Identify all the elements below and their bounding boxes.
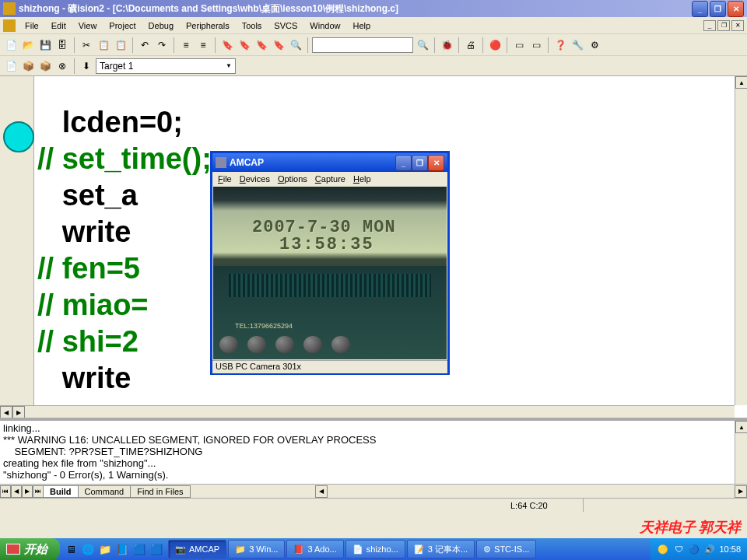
translate-icon[interactable]: 📄 — [3, 58, 19, 74]
minimize-button[interactable]: _ — [692, 1, 708, 17]
window2-icon[interactable]: ▭ — [528, 37, 544, 53]
menu-file[interactable]: File — [19, 19, 45, 32]
mdi-minimize[interactable]: _ — [703, 20, 716, 31]
menu-tools[interactable]: Tools — [236, 19, 268, 32]
menu-edit[interactable]: Edit — [45, 19, 72, 32]
undo-icon[interactable]: ↶ — [137, 37, 153, 53]
editor-vertical-scrollbar[interactable]: ▲ — [735, 76, 747, 405]
build-icon[interactable]: 📦 — [20, 58, 36, 74]
tray-icon[interactable]: 🔵 — [688, 543, 700, 555]
menu-project[interactable]: Project — [103, 19, 142, 32]
amcap-titlebar[interactable]: AMCAP _ ❐ ✕ — [212, 153, 447, 172]
status-bar: L:64 C:20 — [0, 498, 747, 512]
taskbar-item-notepad[interactable]: 📝 3 记事本... — [407, 540, 475, 558]
ie-icon[interactable]: 🌐 — [80, 541, 96, 558]
copy-icon[interactable]: 📋 — [96, 37, 111, 53]
menu-help[interactable]: Help — [346, 19, 377, 32]
scroll-up-icon[interactable]: ▲ — [735, 76, 747, 89]
output-text[interactable]: linking... *** WARNING L16: UNCALLED SEG… — [0, 421, 747, 482]
ql-icon[interactable]: 📘 — [114, 541, 130, 558]
amcap-menu-file[interactable]: File — [214, 173, 236, 184]
close-button[interactable]: ✕ — [728, 1, 744, 17]
amcap-menu-capture[interactable]: Capture — [311, 173, 349, 184]
redo-icon[interactable]: ↷ — [154, 37, 170, 53]
amcap-menu-devices[interactable]: Devices — [236, 173, 274, 184]
save-all-icon[interactable]: 🗄 — [54, 37, 70, 53]
start-button[interactable]: 开始 — [0, 538, 60, 560]
tool-icon[interactable]: 🔧 — [570, 37, 585, 53]
taskbar-item-win[interactable]: 📁 3 Win... — [228, 540, 285, 558]
tab-command[interactable]: Command — [78, 485, 132, 498]
amcap-minimize-button[interactable]: _ — [395, 155, 412, 171]
amcap-title-text: AMCAP — [230, 157, 264, 168]
show-desktop-icon[interactable]: 🖥 — [63, 541, 79, 558]
save-icon[interactable]: 💾 — [37, 37, 53, 53]
window-icon[interactable]: ▭ — [511, 37, 527, 53]
new-file-icon[interactable]: 📄 — [3, 37, 19, 53]
bookmark-prev-icon[interactable]: 🔖 — [254, 37, 269, 53]
bookmark-clear-icon[interactable]: 🔖 — [271, 37, 286, 53]
tab-next-icon[interactable]: ▶ — [22, 485, 33, 498]
rebuild-icon[interactable]: 📦 — [37, 58, 53, 74]
amcap-menu-help[interactable]: Help — [349, 173, 375, 184]
amcap-menu-options[interactable]: Options — [274, 173, 311, 184]
ql-icon[interactable]: 📁 — [97, 541, 113, 558]
paste-icon[interactable]: 📋 — [113, 37, 128, 53]
outdent-icon[interactable]: ≡ — [195, 37, 211, 53]
find-icon[interactable]: 🔍 — [415, 37, 430, 53]
mdi-close[interactable]: ✕ — [731, 20, 744, 31]
taskbar-item-ado[interactable]: 📕 3 Ado... — [286, 540, 343, 558]
amcap-maximize-button[interactable]: ❐ — [412, 155, 428, 171]
find-combo[interactable] — [312, 37, 413, 53]
menu-window[interactable]: Window — [303, 19, 346, 32]
help-icon[interactable]: ❓ — [552, 37, 568, 53]
tab-find-in-files[interactable]: Find in Files — [130, 485, 190, 498]
taskbar-clock[interactable]: 10:58 — [719, 544, 741, 554]
amcap-window[interactable]: AMCAP _ ❐ ✕ File Devices Options Capture… — [210, 151, 450, 375]
build-toolbar: 📄 📦 📦 ⊗ ⬇ Target 1 ▼ — [0, 56, 747, 76]
taskbar-item-shizho[interactable]: 📄 shizho... — [345, 540, 405, 558]
menu-debug[interactable]: Debug — [142, 19, 180, 32]
tray-icon[interactable]: 🔊 — [703, 543, 716, 555]
amcap-close-button[interactable]: ✕ — [428, 155, 444, 171]
debug-icon[interactable]: 🐞 — [439, 37, 454, 53]
print-icon[interactable]: 🖨 — [463, 37, 479, 53]
cut-icon[interactable]: ✂ — [79, 37, 94, 53]
scroll-left-icon[interactable]: ◀ — [0, 406, 12, 418]
mdi-restore[interactable]: ❐ — [717, 20, 730, 31]
output-horizontal-scrollbar[interactable]: ◀ ▶ — [315, 485, 747, 498]
windows-taskbar: 开始 🖥 🌐 📁 📘 🟦 🟦 📷 AMCAP 📁 3 Win... 📕 3 Ad… — [0, 538, 747, 560]
taskbar-item-stc[interactable]: ⚙ STC-IS... — [476, 540, 536, 558]
bookmark-icon[interactable]: 🔖 — [219, 37, 235, 53]
tray-icon[interactable]: 🟡 — [657, 543, 669, 555]
taskbar-item-amcap[interactable]: 📷 AMCAP — [168, 540, 226, 558]
bookmark-next-icon[interactable]: 🔖 — [237, 37, 252, 53]
lcd-time-text: 13:58:35 — [279, 235, 374, 254]
download-icon[interactable]: ⬇ — [79, 58, 94, 74]
menu-svcs[interactable]: SVCS — [268, 19, 303, 32]
tab-first-icon[interactable]: ⏮ — [0, 485, 11, 498]
scroll-right-icon[interactable]: ▶ — [735, 485, 747, 498]
scroll-right-icon[interactable]: ▶ — [12, 406, 25, 418]
menu-view[interactable]: View — [72, 19, 103, 32]
indent-icon[interactable]: ≡ — [178, 37, 194, 53]
menu-peripherals[interactable]: Peripherals — [180, 19, 236, 32]
find-in-files-icon[interactable]: 🔍 — [288, 37, 303, 53]
scroll-left-icon[interactable]: ◀ — [315, 485, 328, 498]
tab-prev-icon[interactable]: ◀ — [11, 485, 22, 498]
breakpoint-marker[interactable] — [3, 121, 34, 152]
tab-last-icon[interactable]: ⏭ — [33, 485, 44, 498]
tab-build[interactable]: Build — [43, 485, 79, 498]
ql-icon[interactable]: 🟦 — [132, 541, 147, 558]
open-file-icon[interactable]: 📂 — [20, 37, 36, 53]
target-combo[interactable]: Target 1 ▼ — [96, 58, 236, 74]
output-vertical-scrollbar[interactable]: ▲ — [735, 421, 747, 486]
tool2-icon[interactable]: ⚙ — [587, 37, 602, 53]
stop-build-icon[interactable]: ⊗ — [54, 58, 70, 74]
scroll-up-icon[interactable]: ▲ — [735, 421, 747, 433]
editor-horizontal-scrollbar[interactable]: ◀ ▶ — [0, 405, 735, 418]
ql-icon[interactable]: 🟦 — [149, 541, 164, 558]
tray-icon[interactable]: 🛡 — [672, 543, 685, 555]
breakpoint-icon[interactable]: 🔴 — [487, 37, 503, 53]
maximize-button[interactable]: ❐ — [710, 1, 726, 17]
